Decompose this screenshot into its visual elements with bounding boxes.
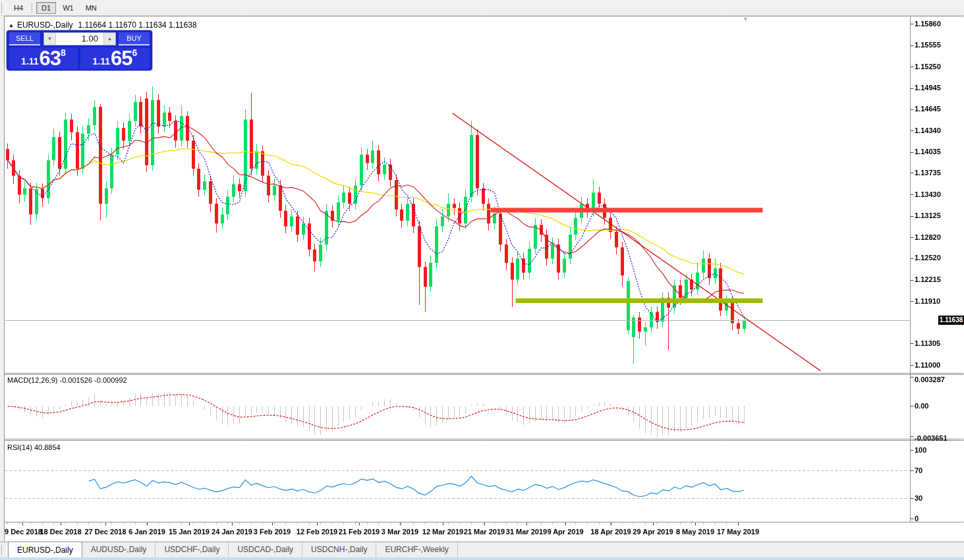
- chart-area-canvas[interactable]: [0, 0, 964, 560]
- symbol-tab-usdcad[interactable]: USDCAD-,Daily: [229, 542, 302, 558]
- symbol-tabs: EURUSD-,DailyAUDUSD-,DailyUSDCHF-,DailyU…: [8, 542, 458, 558]
- tab-bar-grip[interactable]: [1, 545, 7, 555]
- trade-panel-top-row: SELL ▼ 1.00 ▲ BUY: [7, 30, 152, 47]
- time-axis-label: 3 Feb 2019: [248, 528, 297, 536]
- one-click-trading-panel: SELL ▼ 1.00 ▲ BUY 1.11 63 8 1.11 65 6: [7, 30, 152, 70]
- macd-axis-label: -0.003651: [915, 434, 962, 442]
- timeframe-button-d1[interactable]: D1: [36, 2, 56, 14]
- chart-title: ▲EURUSD-,Daily1.11664 1.11670 1.11634 1.…: [9, 20, 197, 30]
- window-bottom-strip: [0, 557, 964, 560]
- sell-button[interactable]: SELL: [9, 32, 40, 45]
- buy-price-box[interactable]: 1.11 65 6: [80, 47, 150, 69]
- time-axis-label: 3 Mar 2019: [376, 528, 424, 536]
- price-axis-label: 1.12520: [915, 254, 962, 262]
- time-axis-label: 12 Feb 2019: [293, 528, 341, 536]
- chart-symbol-label: EURUSD-,Daily: [17, 20, 73, 30]
- price-axis-label: 1.15860: [915, 20, 962, 28]
- symbol-tab-eurusd[interactable]: EURUSD-,Daily: [8, 542, 82, 558]
- sell-price-pip: 8: [61, 48, 66, 57]
- time-axis-label: 15 Jan 2019: [165, 528, 213, 536]
- price-axis-label: 1.14035: [915, 148, 962, 155]
- volume-stepper: ▼ 1.00 ▲: [43, 32, 116, 45]
- price-axis-label: 1.14645: [915, 105, 962, 113]
- rsi-axis-label: 70: [915, 466, 962, 474]
- price-axis-label: 1.15555: [915, 41, 962, 49]
- current-price-marker: 1.11638: [938, 316, 964, 325]
- timeframe-toolbar: H4D1W1MN: [0, 0, 964, 16]
- price-axis-label: 1.15250: [915, 63, 962, 70]
- price-axis-label: 1.13430: [915, 190, 962, 198]
- spin-down-icon: ▼: [47, 36, 52, 41]
- timeframe-buttons: H4D1W1MN: [8, 2, 103, 14]
- time-axis-label: 29 Apr 2019: [629, 528, 677, 536]
- price-axis-label: 1.13125: [915, 211, 962, 219]
- buy-price-small: 1.11: [93, 55, 110, 68]
- price-axis-label: 1.12215: [915, 275, 962, 283]
- time-axis-label: 6 Jan 2019: [123, 528, 171, 536]
- scroll-to-end-marker-icon[interactable]: ▼: [743, 16, 749, 22]
- price-axis-label: 1.11910: [915, 297, 962, 305]
- price-axis-label: 1.14945: [915, 84, 962, 92]
- macd-axis-label: 0.003287: [915, 376, 962, 383]
- timeframe-button-w1[interactable]: W1: [57, 2, 79, 14]
- time-axis-label: 21 Mar 2019: [460, 528, 509, 536]
- timeframe-button-h4[interactable]: H4: [9, 2, 28, 14]
- sell-price-big: 63: [40, 49, 61, 68]
- macd-axis-label: 0.00: [915, 402, 962, 410]
- chart-ohlc-values: 1.11664 1.11670 1.11634 1.11638: [78, 20, 197, 30]
- macd-indicator-label: MACD(12,26,9) -0.001526 -0.000992: [7, 376, 127, 384]
- rsi-axis-label: 0: [915, 515, 962, 522]
- volume-value[interactable]: 1.00: [56, 33, 103, 45]
- toolbar-grip[interactable]: [1, 3, 6, 13]
- mt4-window: H4D1W1MN ▲EURUSD-,Daily1.11664 1.11670 1…: [0, 0, 964, 560]
- buy-price-pip: 6: [132, 48, 138, 57]
- timeframe-button-mn[interactable]: MN: [80, 2, 102, 14]
- rsi-axis-label: 30: [915, 494, 962, 502]
- buy-price-big: 65: [111, 49, 132, 68]
- price-axis-label: 1.13735: [915, 169, 962, 177]
- symbol-tab-audusd[interactable]: AUDUSD-,Daily: [82, 542, 156, 558]
- symbol-tab-usdcnh[interactable]: USDCNH-,Daily: [302, 542, 376, 558]
- time-axis-label: 18 Apr 2019: [586, 528, 635, 536]
- rsi-indicator-label: RSI(14) 40.8854: [7, 443, 61, 451]
- sell-price-small: 1.11: [21, 55, 38, 68]
- time-axis-label: 18 Dec 2018: [36, 528, 85, 536]
- symbol-tab-usdchf[interactable]: USDCHF-,Daily: [156, 542, 229, 558]
- price-axis-label: 1.14340: [915, 126, 962, 134]
- price-axis-label: 1.11000: [915, 361, 962, 369]
- sell-price-box[interactable]: 1.11 63 8: [9, 47, 78, 69]
- buy-button[interactable]: BUY: [119, 32, 150, 45]
- price-axis-label: 1.12820: [915, 233, 962, 241]
- time-axis-label: 17 May 2019: [714, 528, 762, 536]
- volume-increase-button[interactable]: ▲: [103, 33, 115, 45]
- collapse-arrow-icon[interactable]: ▲: [9, 22, 14, 28]
- time-axis-label: 9 Apr 2019: [541, 528, 590, 536]
- volume-decrease-button[interactable]: ▼: [44, 33, 56, 45]
- symbol-tab-eurchf[interactable]: EURCHF-,Weekly: [376, 542, 457, 558]
- spin-up-icon: ▲: [107, 36, 112, 41]
- toolbar-separator: [32, 3, 33, 13]
- price-axis-label: 1.11305: [915, 339, 962, 347]
- symbol-tab-bar: EURUSD-,DailyAUDUSD-,DailyUSDCHF-,DailyU…: [0, 542, 964, 558]
- time-axis-label: 8 May 2019: [671, 528, 720, 536]
- rsi-axis-label: 100: [915, 446, 962, 454]
